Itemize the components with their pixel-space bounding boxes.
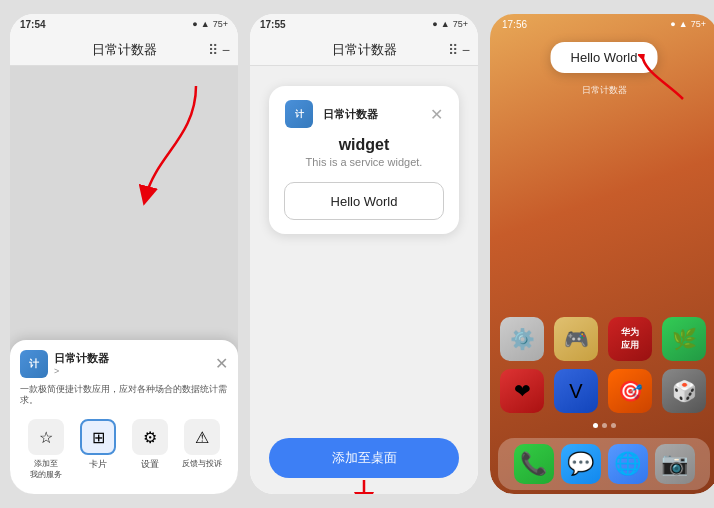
signal-icon-2: ● xyxy=(432,19,437,29)
app-name-arrow: > xyxy=(54,366,109,376)
page-title-1: 日常计数器 xyxy=(92,41,157,59)
app-icon-8[interactable]: 🎲 xyxy=(662,369,706,413)
hello-world-btn[interactable]: Hello World xyxy=(284,182,444,220)
app-name-row: 日常计数器 > xyxy=(54,351,109,376)
menu-item-add-service[interactable]: ☆ 添加至我的服务 xyxy=(20,419,72,480)
app-info: 计 日常计数器 > xyxy=(20,350,109,378)
status-icons-1: ● ▲ 75+ xyxy=(192,19,228,29)
title-bar-2: 日常计数器 ⠿ − xyxy=(250,34,478,66)
wifi-icon: ▲ xyxy=(201,19,210,29)
minus-icon-2[interactable]: − xyxy=(462,42,470,58)
settings-label: 设置 xyxy=(141,458,159,471)
phone2-main-content: 计 日常计数器 ✕ widget This is a service widge… xyxy=(250,66,478,494)
dock-messages[interactable]: 💬 xyxy=(561,444,601,484)
status-bar-2: 17:55 ● ▲ 75+ xyxy=(250,14,478,34)
app-icon-small: 计 xyxy=(20,350,48,378)
app-icon-4[interactable]: 🌿 xyxy=(662,317,706,361)
widget-title: widget xyxy=(339,136,390,154)
phone-2: 17:55 ● ▲ 75+ 日常计数器 ⠿ − 计 日常计数器 ✕ widget… xyxy=(250,14,478,494)
red-arrow-svg xyxy=(136,76,216,196)
battery-icon-3: 75+ xyxy=(691,19,706,29)
dock-camera[interactable]: 📷 xyxy=(655,444,695,484)
time-2: 17:55 xyxy=(260,19,286,30)
status-icons-2: ● ▲ 75+ xyxy=(432,19,468,29)
add-to-desktop-btn[interactable]: 添加至桌面 xyxy=(269,438,459,478)
app-icon-5[interactable]: ❤ xyxy=(500,369,544,413)
dock-area: ⚙️ 🎮 华为应用 🌿 ❤ V 🎯 🎲 xyxy=(500,317,708,434)
add-service-icon: ☆ xyxy=(28,419,64,455)
bottom-sheet-header: 计 日常计数器 > ✕ xyxy=(20,350,228,378)
page-dots xyxy=(500,423,708,428)
widget-app-icon: 计 xyxy=(285,100,313,128)
signal-icon: ● xyxy=(192,19,197,29)
phone3-screen: 17:56 ● ▲ 75+ Hello World 日常计数器 ⚙️ xyxy=(490,14,714,494)
phone-3: 17:56 ● ▲ 75+ Hello World 日常计数器 ⚙️ xyxy=(490,14,714,494)
dock-phone[interactable]: 📞 xyxy=(514,444,554,484)
app-icon-7[interactable]: 🎯 xyxy=(608,369,652,413)
dot-1 xyxy=(593,423,598,428)
menu-item-feedback[interactable]: ⚠ 反馈与投诉 xyxy=(176,419,228,480)
close-widget-card[interactable]: ✕ xyxy=(430,105,443,124)
status-bar-3: 17:56 ● ▲ 75+ xyxy=(490,14,714,34)
bottom-sheet: 计 日常计数器 > ✕ 一款极简便捷计数应用，应对各种场合的数据统计需求。 ☆ … xyxy=(10,340,238,494)
title-icons-1: ⠿ − xyxy=(208,42,230,58)
status-bar-1: 17:54 ● ▲ 75+ xyxy=(10,14,238,34)
widget-card-header: 计 日常计数器 ✕ xyxy=(285,100,443,128)
feedback-icon: ⚠ xyxy=(184,419,220,455)
app-icon-6[interactable]: V xyxy=(554,369,598,413)
widget-card: 计 日常计数器 ✕ widget This is a service widge… xyxy=(269,86,459,234)
title-bar-1: 日常计数器 ⠿ − xyxy=(10,34,238,66)
phone-dock: 📞 💬 🌐 📷 xyxy=(498,438,710,490)
close-bottom-sheet[interactable]: ✕ xyxy=(215,354,228,373)
hw-widget-label: 日常计数器 xyxy=(582,84,627,97)
dot-2 xyxy=(602,423,607,428)
card-icon: ⊞ xyxy=(80,419,116,455)
wifi-icon-3: ▲ xyxy=(679,19,688,29)
wifi-icon-2: ▲ xyxy=(441,19,450,29)
widget-subtitle: This is a service widget. xyxy=(306,156,423,168)
app-name-label: 日常计数器 xyxy=(54,351,109,366)
dock-safari[interactable]: 🌐 xyxy=(608,444,648,484)
phone-1: 17:54 ● ▲ 75+ 日常计数器 ⠿ − xyxy=(10,14,238,494)
settings-icon: ⚙ xyxy=(132,419,168,455)
menu-item-card[interactable]: ⊞ 卡片 xyxy=(72,419,124,480)
battery-icon-2: 75+ xyxy=(453,19,468,29)
grid-icon-2[interactable]: ⠿ xyxy=(448,42,458,58)
add-btn-arrow-svg xyxy=(349,480,379,494)
title-icons-2: ⠿ − xyxy=(448,42,470,58)
grid-icon[interactable]: ⠿ xyxy=(208,42,218,58)
app-icon-games[interactable]: 🎮 xyxy=(554,317,598,361)
signal-icon-3: ● xyxy=(670,19,675,29)
battery-icon: 75+ xyxy=(213,19,228,29)
app-desc: 一款极简便捷计数应用，应对各种场合的数据统计需求。 xyxy=(20,384,228,407)
app-icon-settings[interactable]: ⚙️ xyxy=(500,317,544,361)
app-grid: ⚙️ 🎮 华为应用 🌿 ❤ V 🎯 🎲 xyxy=(500,317,708,413)
menu-item-settings[interactable]: ⚙ 设置 xyxy=(124,419,176,480)
minus-icon[interactable]: − xyxy=(222,42,230,58)
menu-items: ☆ 添加至我的服务 ⊞ 卡片 ⚙ 设置 ⚠ 反馈与投诉 xyxy=(20,415,228,484)
feedback-label: 反馈与投诉 xyxy=(182,458,222,469)
time-1: 17:54 xyxy=(20,19,46,30)
status-icons-3: ● ▲ 75+ xyxy=(670,19,706,29)
time-3: 17:56 xyxy=(502,19,527,30)
app-icon-huawei[interactable]: 华为应用 xyxy=(608,317,652,361)
phone3-arrow-svg xyxy=(638,54,688,104)
page-title-2: 日常计数器 xyxy=(332,41,397,59)
dot-3 xyxy=(611,423,616,428)
add-service-label: 添加至我的服务 xyxy=(30,458,62,480)
widget-app-name: 日常计数器 xyxy=(323,107,378,122)
card-label: 卡片 xyxy=(89,458,107,471)
